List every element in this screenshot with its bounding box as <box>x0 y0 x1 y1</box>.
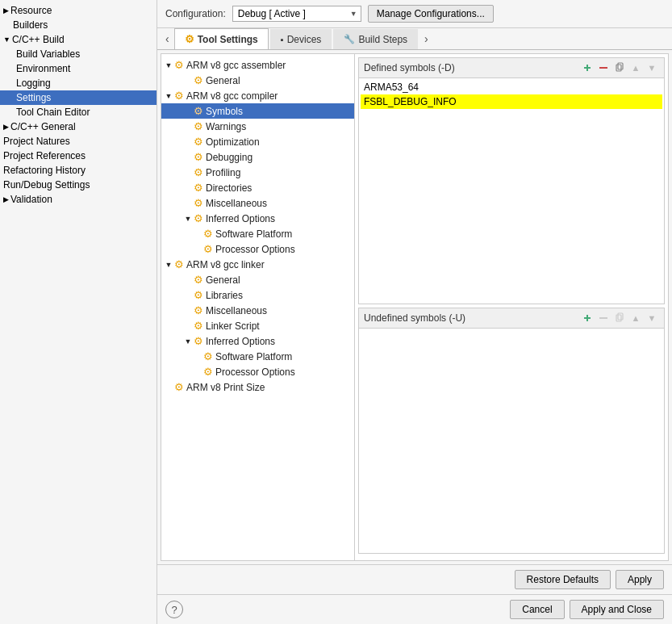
svg-rect-3 <box>616 65 621 71</box>
tab-bar: ‹ ⚙ Tool Settings ▪ Devices 🔧 Build Step… <box>157 28 672 50</box>
tree-item-inferred-options-linker[interactable]: ▼ ⚙ Inferred Options <box>161 333 354 349</box>
svg-rect-2 <box>599 67 607 69</box>
tree-item-debugging[interactable]: ⚙ Debugging <box>161 149 354 165</box>
tree-item-general-asm-label: General <box>206 75 240 86</box>
cancel-button[interactable]: Cancel <box>510 600 564 619</box>
tree-item-sw-platform-compiler[interactable]: ⚙ Software Platform <box>161 226 354 241</box>
sidebar-item-logging[interactable]: Logging <box>0 76 157 90</box>
undefined-symbols-list <box>359 329 664 554</box>
restore-defaults-button[interactable]: Restore Defaults <box>515 570 611 589</box>
up-defined-symbol-button[interactable]: ▲ <box>628 61 643 75</box>
defined-symbols-list: ARMA53_64 FSBL_DEBUG_INFO <box>359 78 664 304</box>
tree-item-arm-print-size[interactable]: ⚙ ARM v8 Print Size <box>161 379 354 395</box>
sidebar-item-builders[interactable]: Builders <box>0 18 157 32</box>
tree-item-inferred-options-compiler-label: Inferred Options <box>206 213 275 224</box>
tree-item-profiling[interactable]: ⚙ Profiling <box>161 165 354 180</box>
down-defined-symbol-button[interactable]: ▼ <box>645 61 659 75</box>
tree-item-warnings[interactable]: ⚙ Warnings <box>161 119 354 134</box>
sidebar-item-refactoring-history-label: Refactoring History <box>3 165 86 176</box>
sidebar-item-cpp-general[interactable]: ▶ C/C++ General <box>0 119 157 134</box>
main-panel: Configuration: Debug [ Active ] Manage C… <box>157 0 672 624</box>
tree-item-sw-platform-compiler-label: Software Platform <box>215 228 292 240</box>
tree-item-miscellaneous-compiler[interactable]: ⚙ Miscellaneous <box>161 195 354 211</box>
tree-item-arm-gcc-linker[interactable]: ▼ ⚙ ARM v8 gcc linker <box>161 257 354 272</box>
tree-item-arm-gcc-linker-label: ARM v8 gcc linker <box>186 259 265 270</box>
symbol-item-arma53[interactable]: ARMA53_64 <box>361 80 662 94</box>
tree-item-arm-gcc-compiler[interactable]: ▼ ⚙ ARM v8 gcc compiler <box>161 88 354 103</box>
tab-tool-settings[interactable]: ⚙ Tool Settings <box>174 28 269 49</box>
sidebar-item-build-variables[interactable]: Build Variables <box>0 47 157 61</box>
tree-item-symbols[interactable]: ⚙ Symbols <box>161 103 354 119</box>
copy-undefined-symbol-button[interactable] <box>612 311 627 325</box>
tab-devices[interactable]: ▪ Devices <box>270 29 332 49</box>
sidebar-item-build-variables-label: Build Variables <box>16 48 80 60</box>
sidebar-item-builders-label: Builders <box>13 19 48 31</box>
gear-icon: ⚙ <box>194 105 203 117</box>
gear-icon: ⚙ <box>194 274 203 286</box>
tree-item-sw-platform-linker-label: Software Platform <box>215 351 292 362</box>
tree-item-linker-script[interactable]: ⚙ Linker Script <box>161 318 354 333</box>
gear-icon: ⚙ <box>194 182 203 194</box>
gear-icon: ⚙ <box>194 74 203 86</box>
svg-rect-4 <box>618 63 623 69</box>
sidebar-item-refactoring-history[interactable]: Refactoring History <box>0 163 157 178</box>
sidebar-item-run-debug-label: Run/Debug Settings <box>3 179 90 191</box>
tree-item-proc-options-linker-label: Processor Options <box>215 366 295 378</box>
expand-icon: ▼ <box>184 337 192 346</box>
tree-item-arm-gcc-compiler-label: ARM v8 gcc compiler <box>186 90 278 102</box>
tree-item-arm-gcc-assembler-label: ARM v8 gcc assembler <box>186 60 286 71</box>
svg-rect-6 <box>586 315 588 321</box>
tree-item-arm-print-size-label: ARM v8 Print Size <box>186 382 265 393</box>
config-select[interactable]: Debug [ Active ] <box>232 6 361 22</box>
tab-next-button[interactable]: › <box>419 29 433 48</box>
svg-rect-8 <box>616 315 621 321</box>
tree-item-optimization[interactable]: ⚙ Optimization <box>161 134 354 149</box>
gear-icon: ⚙ <box>194 289 203 301</box>
sidebar-item-cpp-build[interactable]: ▼ C/C++ Build <box>0 32 157 47</box>
tree-item-libraries-label: Libraries <box>206 290 243 301</box>
tree-item-warnings-label: Warnings <box>206 121 246 132</box>
config-label: Configuration: <box>165 8 226 19</box>
symbol-item-arma53-label: ARMA53_64 <box>364 82 419 93</box>
tree-item-sw-platform-linker[interactable]: ⚙ Software Platform <box>161 349 354 364</box>
tree-item-proc-options-linker[interactable]: ⚙ Processor Options <box>161 364 354 379</box>
add-undefined-symbol-button[interactable] <box>580 311 595 325</box>
sidebar-item-resource[interactable]: ▶ Resource <box>0 3 157 18</box>
gear-icon: ⚙ <box>174 90 184 102</box>
sidebar-item-cpp-build-label: C/C++ Build <box>12 34 65 45</box>
sidebar-item-tool-chain-editor[interactable]: Tool Chain Editor <box>0 105 157 119</box>
down-undefined-symbol-button[interactable]: ▼ <box>645 311 659 325</box>
tab-prev-button[interactable]: ‹ <box>161 29 174 48</box>
gear-icon: ⚙ <box>203 243 213 255</box>
tree-item-proc-options-compiler[interactable]: ⚙ Processor Options <box>161 241 354 257</box>
sidebar-item-project-natures[interactable]: Project Natures <box>0 134 157 149</box>
help-icon[interactable]: ? <box>165 601 183 618</box>
add-defined-symbol-button[interactable] <box>580 61 595 75</box>
tree-item-miscellaneous-linker[interactable]: ⚙ Miscellaneous <box>161 303 354 318</box>
tab-build-steps[interactable]: 🔧 Build Steps <box>333 29 418 49</box>
sidebar-item-project-natures-label: Project Natures <box>3 136 70 147</box>
apply-button[interactable]: Apply <box>616 570 664 589</box>
config-select-wrapper[interactable]: Debug [ Active ] <box>232 6 361 22</box>
manage-configurations-button[interactable]: Manage Configurations... <box>368 5 494 23</box>
tree-item-inferred-options-compiler[interactable]: ▼ ⚙ Inferred Options <box>161 211 354 226</box>
copy-defined-symbol-button[interactable] <box>612 61 627 75</box>
sidebar-item-run-debug[interactable]: Run/Debug Settings <box>0 178 157 192</box>
tree-item-general-linker[interactable]: ⚙ General <box>161 272 354 287</box>
tree-item-directories[interactable]: ⚙ Directories <box>161 180 354 195</box>
tree-item-arm-gcc-assembler[interactable]: ▼ ⚙ ARM v8 gcc assembler <box>161 57 354 73</box>
sidebar-item-settings[interactable]: Settings <box>0 90 157 105</box>
sidebar-item-validation[interactable]: ▶ Validation <box>0 192 157 207</box>
sidebar-item-project-references[interactable]: Project References <box>0 149 157 163</box>
symbol-item-fsbl-debug[interactable]: FSBL_DEBUG_INFO <box>361 94 662 109</box>
delete-defined-symbol-button[interactable] <box>596 61 611 75</box>
tree-item-general-asm[interactable]: ⚙ General <box>161 73 354 88</box>
tree-item-libraries[interactable]: ⚙ Libraries <box>161 287 354 303</box>
sidebar-item-environment[interactable]: Environment <box>0 61 157 76</box>
sidebar-item-validation-label: Validation <box>10 194 52 205</box>
up-undefined-symbol-button[interactable]: ▲ <box>628 311 643 325</box>
delete-undefined-symbol-button[interactable] <box>596 311 611 325</box>
gear-icon: ⚙ <box>203 350 213 362</box>
apply-and-close-button[interactable]: Apply and Close <box>570 600 664 619</box>
tab-tool-settings-label: Tool Settings <box>198 34 258 45</box>
